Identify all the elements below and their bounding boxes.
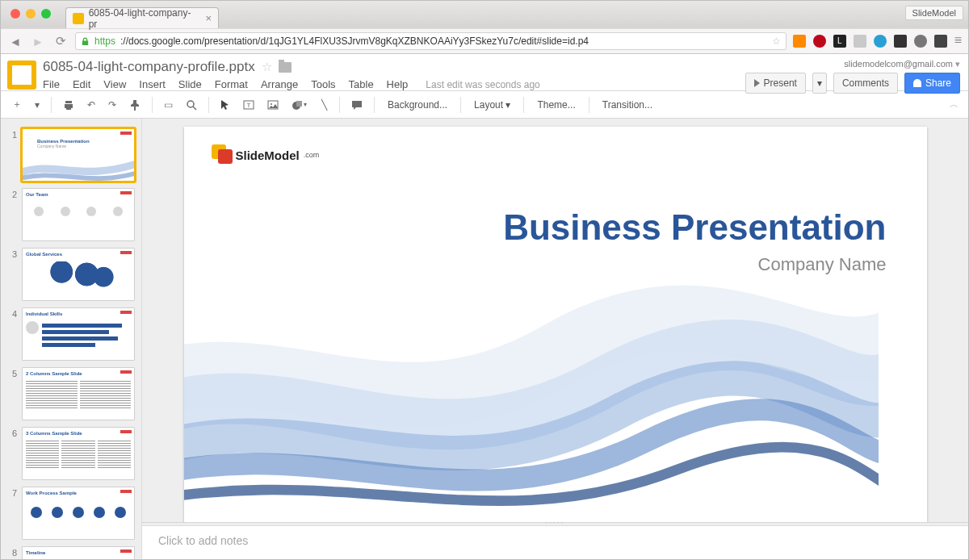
new-slide-dropdown[interactable]: ▾ <box>30 95 44 115</box>
ext-icon-l[interactable]: L <box>833 35 846 48</box>
browser-tab[interactable]: 6085-04-light-company-pr × <box>65 7 219 28</box>
forward-button[interactable]: ► <box>30 33 46 49</box>
thumbnail-5[interactable]: 2 Columns Sample Slide <box>22 367 135 420</box>
browser-window: 6085-04-light-company-pr × SlideModel ◄ … <box>0 0 969 560</box>
back-button[interactable]: ◄ <box>7 33 23 49</box>
present-dropdown[interactable]: ▾ <box>812 73 827 94</box>
layout-button[interactable]: Layout ▾ <box>468 96 517 114</box>
new-slide-button[interactable]: ＋ <box>7 95 27 115</box>
thumbnail-8[interactable]: Timeline <box>22 546 135 559</box>
bookmark-star-icon[interactable]: ☆ <box>772 36 781 47</box>
canvas-scroll[interactable]: SlideModel .com Business Presentation Co… <box>142 119 968 522</box>
undo-button[interactable]: ↶ <box>82 95 100 115</box>
comments-button[interactable]: Comments <box>833 73 898 94</box>
speaker-notes[interactable]: Click to add notes <box>142 525 968 559</box>
menu-insert[interactable]: Insert <box>139 78 166 90</box>
slides-favicon <box>73 13 84 24</box>
notes-placeholder: Click to add notes <box>158 534 248 547</box>
menu-table[interactable]: Table <box>349 78 374 90</box>
svg-text:T: T <box>247 102 251 109</box>
thumbnail-4[interactable]: Individual Skills <box>22 307 135 361</box>
menu-arrange[interactable]: Arrange <box>261 78 298 90</box>
tab-strip: 6085-04-light-company-pr × SlideModel <box>1 1 968 28</box>
tab-title: 6085-04-light-company-pr <box>89 7 197 30</box>
menu-format[interactable]: Format <box>215 78 248 90</box>
menu-view[interactable]: View <box>103 78 126 90</box>
minimize-window-button[interactable] <box>26 9 36 19</box>
textbox-tool[interactable]: T <box>238 95 259 115</box>
background-button[interactable]: Background... <box>381 96 454 114</box>
image-tool[interactable] <box>262 95 283 115</box>
thumbnail-6[interactable]: 3 Columns Sample Slide <box>22 427 135 480</box>
redo-button[interactable]: ↷ <box>103 95 121 115</box>
paint-format-button[interactable] <box>124 95 145 115</box>
menu-file[interactable]: File <box>43 78 60 90</box>
lock-icon <box>81 37 90 46</box>
thumbnail-2[interactable]: Our Team <box>22 188 135 241</box>
thumbnail-7[interactable]: Work Process Sample <box>22 487 135 540</box>
slide-canvas[interactable]: SlideModel .com Business Presentation Co… <box>184 127 927 522</box>
menu-tools[interactable]: Tools <box>311 78 335 90</box>
zoom-button[interactable] <box>181 95 202 115</box>
ext-icon-4[interactable] <box>854 35 866 48</box>
shape-tool[interactable]: ▾ <box>287 95 312 115</box>
buffer-icon[interactable] <box>894 35 907 48</box>
ext-icon-8[interactable] <box>934 35 947 48</box>
thumb-number: 1 <box>7 128 17 182</box>
url-scheme: https <box>94 36 115 47</box>
window-controls <box>10 9 51 19</box>
svg-line-1 <box>193 107 196 110</box>
logo-mark-icon <box>212 144 233 165</box>
profile-badge[interactable]: SlideModel <box>905 6 963 20</box>
share-button[interactable]: Share <box>904 73 960 94</box>
comment-tool[interactable] <box>346 95 367 115</box>
notes-splitter[interactable] <box>142 522 968 525</box>
svg-point-0 <box>187 101 194 107</box>
svg-point-5 <box>271 103 272 105</box>
close-tab-icon[interactable]: × <box>205 12 212 24</box>
comments-label: Comments <box>842 77 889 89</box>
menu-help[interactable]: Help <box>387 78 409 90</box>
workspace: 1 Business Presentation Company Name 2 O… <box>1 119 968 559</box>
line-tool[interactable]: ╲ <box>315 95 333 115</box>
star-icon[interactable]: ☆ <box>262 60 272 74</box>
address-input[interactable]: https ://docs.google.com/presentation/d/… <box>75 32 787 50</box>
toolbar: ＋ ▾ ↶ ↷ ▭ T ▾ ╲ Background... Layout ▾ T… <box>1 91 968 119</box>
close-window-button[interactable] <box>10 9 20 19</box>
pinterest-icon[interactable] <box>813 35 826 48</box>
logo-suffix: .com <box>304 151 320 159</box>
slides-logo[interactable] <box>7 61 36 90</box>
ext-icon-7[interactable] <box>914 35 927 48</box>
zoom-fit-button[interactable]: ▭ <box>159 95 178 115</box>
url-bar: ◄ ► ⟳ https ://docs.google.com/presentat… <box>1 28 968 54</box>
select-tool[interactable] <box>216 95 235 115</box>
print-button[interactable] <box>58 95 79 115</box>
account-email[interactable]: slidemodelcom@gmail.com <box>844 59 960 69</box>
transition-button[interactable]: Transition... <box>596 96 659 114</box>
present-button[interactable]: Present <box>745 73 806 94</box>
ext-icon-1[interactable] <box>793 35 806 48</box>
slidemodel-logo: SlideModel .com <box>212 144 320 165</box>
slide-title[interactable]: Business Presentation <box>503 207 886 248</box>
collapse-toolbar-icon[interactable]: ︿ <box>946 95 962 114</box>
url-text: ://docs.google.com/presentation/d/1qJG1Y… <box>120 36 589 47</box>
document-title[interactable]: 6085-04-light-company-profile.pptx <box>43 59 255 75</box>
thumbnail-1[interactable]: Business Presentation Company Name <box>22 128 135 182</box>
reload-button[interactable]: ⟳ <box>52 33 69 49</box>
maximize-window-button[interactable] <box>41 9 51 19</box>
canvas-area: SlideModel .com Business Presentation Co… <box>142 119 968 559</box>
menu-slide[interactable]: Slide <box>178 78 202 90</box>
slide-thumbnails[interactable]: 1 Business Presentation Company Name 2 O… <box>1 119 142 559</box>
svg-rect-7 <box>296 101 302 107</box>
background-wave <box>184 253 879 522</box>
extension-icons: L ≡ <box>793 35 962 48</box>
theme-button[interactable]: Theme... <box>531 96 581 114</box>
menu-edit[interactable]: Edit <box>73 78 90 90</box>
last-edit-label[interactable]: Last edit was seconds ago <box>426 79 539 90</box>
share-label: Share <box>925 77 951 89</box>
ext-icon-5[interactable] <box>874 35 887 48</box>
thumbnail-3[interactable]: Global Services <box>22 248 135 301</box>
docs-header: 6085-04-light-company-profile.pptx ☆ Fil… <box>1 54 968 91</box>
folder-icon[interactable] <box>279 62 292 73</box>
chrome-menu-icon[interactable]: ≡ <box>954 35 962 48</box>
